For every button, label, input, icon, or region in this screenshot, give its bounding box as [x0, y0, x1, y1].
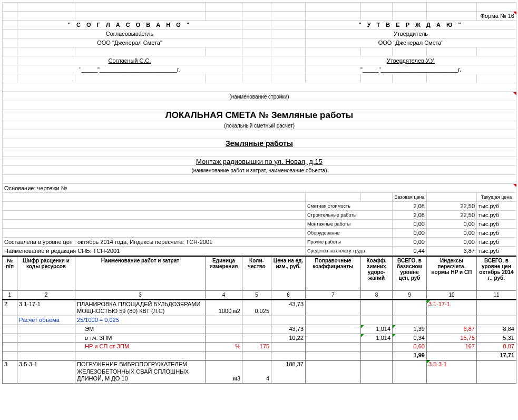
- tot-base: 1,99: [393, 351, 427, 360]
- row-code: 3.5-3-1: [17, 360, 75, 383]
- colnum-5: 5: [242, 290, 271, 299]
- row-n: 2: [3, 300, 17, 316]
- table-row: Расчет объема 25/1000 = 0,025: [3, 316, 516, 325]
- construction-name-label: (наименование стройки): [3, 92, 516, 101]
- doc-header-grid: Форма № 16 " С О Г Л А С О В А Н О " " У…: [2, 2, 516, 256]
- object-name: Монтаж радиовышки по ул. Новая, д.15: [3, 157, 516, 166]
- row-idx: 15,75: [427, 334, 477, 343]
- sum-label-3: Оборудование: [306, 229, 393, 238]
- th-6: Цена на ед. изм., руб.: [271, 256, 306, 290]
- sum-base-3: 0,00: [393, 229, 427, 238]
- row-base: 1,39: [393, 325, 427, 334]
- th-10: Индексы пересчета, нормы НР и СП: [427, 256, 477, 290]
- approve-right-org: ООО "Дженерал Смета": [306, 38, 516, 47]
- row-unit: 1000 м2: [206, 300, 242, 316]
- row-base: 0,34: [393, 334, 427, 343]
- sum-unit-0: тыс.руб: [477, 202, 516, 211]
- colnum-7: 7: [306, 290, 361, 299]
- colnum-8: 8: [361, 290, 393, 299]
- th-7: Поправочные коэффициэнты: [306, 256, 361, 290]
- sum-unit-4: тыс.руб: [477, 238, 516, 247]
- row-n: 3: [3, 360, 17, 383]
- approve-left-role: Согласовываетль: [17, 30, 242, 38]
- colnum-1: 1: [3, 290, 17, 299]
- sum-base-2: 0,00: [393, 220, 427, 229]
- table-row: 2 3.1-17-1 ПЛАНИРОВКА ПЛОЩАДЕЙ БУЛЬДОЗЕР…: [3, 300, 516, 316]
- row-tot: 8,87: [477, 343, 516, 351]
- sum-label-4: Прочие работы: [306, 238, 393, 247]
- form-number: Форма № 16: [477, 12, 516, 21]
- table-row: 3 3.5-3-1 ПОГРУЖЕНИЕ ВИБРОПОГРУЖАТЕЛЕМ Ж…: [3, 360, 516, 383]
- row-qty: 175: [242, 343, 271, 351]
- colnum-4: 4: [206, 290, 242, 299]
- row-idx: 167: [427, 343, 477, 351]
- colnum-11: 11: [477, 290, 516, 299]
- row-idx: 3.1-17-1: [427, 300, 477, 316]
- approve-right-role: Утвердитель: [306, 30, 516, 38]
- approve-right-name: Утвердятелев У.У.: [306, 56, 516, 65]
- table-row: ЭМ 43,73 1,014 1,39 6,87 8,84: [3, 325, 516, 334]
- sum-unit-3: тыс.руб: [477, 229, 516, 238]
- colnum-3: 3: [75, 290, 206, 299]
- row-name: НР и СП от ЗПМ: [75, 343, 206, 351]
- row-qty: 0,025: [242, 300, 271, 316]
- row-coef: 1,014: [361, 334, 393, 343]
- row-tot: 5,31: [477, 334, 516, 343]
- colnum-10: 10: [427, 290, 477, 299]
- th-11: ВСЕГО, в уровне цен октябрь 2014 г., руб…: [477, 256, 516, 290]
- snb-note: Наименование и редакция СНБ: ТСН-2001: [3, 247, 306, 256]
- row-name: ПЛАНИРОВКА ПЛОЩАДЕЙ БУЛЬДОЗЕРАМИ МОЩНОСТ…: [75, 300, 206, 316]
- row-tot: 8,84: [477, 325, 516, 334]
- colnum-9: 9: [393, 290, 427, 299]
- sum-cur-3: 0,00: [427, 229, 477, 238]
- volume-calc-formula: 25/1000 = 0,025: [75, 316, 206, 325]
- main-title: ЛОКАЛЬНАЯ СМЕТА № Земляные работы: [3, 110, 516, 121]
- object-label: (наименование работ и затрат, наименован…: [3, 166, 516, 175]
- sum-base-5: 0,44: [393, 247, 427, 256]
- row-unit: %: [206, 343, 242, 351]
- row-price: 43,73: [271, 325, 306, 334]
- compiled-note: Составлена в уровне цен : октябрь 2014 г…: [3, 238, 306, 247]
- sum-cur-4: 0,00: [427, 238, 477, 247]
- colnum-2: 2: [17, 290, 75, 299]
- row-coef: 1,014: [361, 325, 393, 334]
- row-price: 43,73: [271, 300, 306, 316]
- work-title: Земляные работы: [3, 139, 516, 148]
- th-8: Коэфф. зимних удоро-жаний: [361, 256, 393, 290]
- sum-label-1: Строительные работы: [306, 211, 393, 220]
- th-4: Единица измерения: [206, 256, 242, 290]
- estimate-table-body: 2 3.1-17-1 ПЛАНИРОВКА ПЛОЩАДЕЙ БУЛЬДОЗЕР…: [2, 300, 516, 384]
- row-idx: 6,87: [427, 325, 477, 334]
- approve-left-title: " С О Г Л А С О В А Н О ": [17, 21, 242, 30]
- sum-label-2: Монтажные работы: [306, 220, 393, 229]
- sum-unit-2: тыс.руб: [477, 220, 516, 229]
- sum-cur-1: 22,50: [427, 211, 477, 220]
- basis: Основание: чертежи №: [3, 184, 516, 193]
- th-5: Коли-чество: [242, 256, 271, 290]
- th-1: № п/п: [3, 256, 17, 290]
- approve-left-date: "_____"________________________г.: [17, 65, 242, 74]
- sum-cur-5: 6,87: [427, 247, 477, 256]
- th-3: Наименование работ и затрат: [75, 256, 206, 290]
- sum-cur-0: 22,50: [427, 202, 477, 211]
- sum-base-1: 2,08: [393, 211, 427, 220]
- approve-right-title: " У Т В Е Р Ж Д А Ю ": [306, 21, 516, 30]
- price-header-base: Базовая цена: [393, 193, 427, 202]
- row-name: ПОГРУЖЕНИЕ ВИБРОПОГРУЖАТЕЛЕМ ЖЕЛЕЗОБЕТОН…: [75, 360, 206, 383]
- sum-label-0: Сметная стоимость: [306, 202, 393, 211]
- row-unit: м3: [206, 360, 242, 383]
- row-price: 188,37: [271, 360, 306, 383]
- colnum-6: 6: [271, 290, 306, 299]
- row-code: 3.1-17-1: [17, 300, 75, 316]
- row-idx: 3.5-3-1: [427, 360, 477, 383]
- sum-base-4: 0,00: [393, 238, 427, 247]
- table-row: в т.ч. ЗПМ 10,22 1,014 0,34 15,75 5,31: [3, 334, 516, 343]
- main-subtitle: (локальный сметный расчет): [3, 121, 516, 130]
- sum-label-5: Средства на оплату труда: [306, 247, 393, 256]
- sum-base-0: 2,08: [393, 202, 427, 211]
- th-9: ВСЕГО, в базисном уровне цен, руб: [393, 256, 427, 290]
- approve-right-date: "_____"________________________г.: [306, 65, 516, 74]
- approve-left-org: ООО "Дженерал Смета": [17, 38, 242, 47]
- row-base: 0,60: [393, 343, 427, 351]
- sum-cur-2: 0,00: [427, 220, 477, 229]
